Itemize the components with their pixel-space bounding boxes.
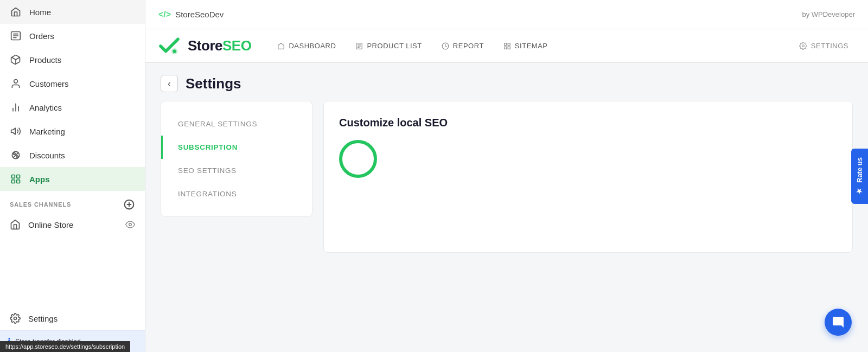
settings-icon <box>10 313 21 324</box>
svg-point-11 <box>16 156 18 157</box>
storeseo-logo-text: StoreSEO <box>188 37 251 54</box>
settings-content: ‹ Settings GENERAL SETTINGS SUBSCRIPTION… <box>145 63 868 253</box>
svg-rect-31 <box>508 43 510 45</box>
sidebar-item-home[interactable]: Home <box>0 0 145 24</box>
svg-rect-14 <box>17 175 20 178</box>
settings-body: GENERAL SETTINGS SUBSCRIPTION SEO SETTIN… <box>145 101 868 253</box>
svg-rect-32 <box>505 47 507 49</box>
product-list-icon <box>355 42 363 50</box>
svg-rect-16 <box>17 180 20 183</box>
sidebar-item-label: Orders <box>29 31 54 41</box>
app-frame: ‹ Settings GENERAL SETTINGS SUBSCRIPTION… <box>145 63 868 352</box>
svg-point-21 <box>14 317 17 320</box>
sidebar-item-settings[interactable]: Settings <box>0 306 145 330</box>
sidebar-item-products[interactable]: Products <box>0 48 145 72</box>
settings-header: ‹ Settings <box>145 63 868 101</box>
settings-label: Settings <box>28 314 58 323</box>
settings-nav-general[interactable]: GENERAL SETTINGS <box>161 112 312 136</box>
topbar: </> StoreSeoDev by WPDeveloper <box>145 0 868 29</box>
eye-icon[interactable] <box>125 220 135 229</box>
sidebar-item-label: Apps <box>29 175 50 184</box>
sidebar-item-analytics[interactable]: Analytics <box>0 95 145 119</box>
nav-dashboard[interactable]: DASHBOARD <box>269 37 344 54</box>
chat-button[interactable] <box>825 309 852 336</box>
main-area: </> StoreSeoDev by WPDeveloper StoreSEO … <box>145 0 868 352</box>
svg-point-34 <box>802 45 804 47</box>
customers-icon <box>10 78 22 89</box>
sidebar-item-label: Analytics <box>29 103 62 112</box>
settings-panel: Customize local SEO <box>323 101 853 253</box>
svg-rect-15 <box>12 180 15 183</box>
sidebar-item-label: Marketing <box>29 127 65 136</box>
svg-line-12 <box>14 153 18 157</box>
products-icon <box>10 54 22 66</box>
sidebar-item-label: Products <box>29 55 61 65</box>
sidebar-item-label: Discounts <box>29 151 65 160</box>
report-icon <box>442 42 449 50</box>
svg-point-10 <box>14 153 15 155</box>
chat-icon <box>832 316 845 329</box>
nav-product-list[interactable]: PRODUCT LIST <box>347 37 430 54</box>
online-store-label: Online Store <box>28 220 73 229</box>
nav-settings-icon <box>799 42 807 50</box>
settings-back-button[interactable]: ‹ <box>161 75 178 92</box>
storeseo-nav: StoreSEO DASHBOARD PRODUCT LIST REPORT <box>145 29 868 63</box>
settings-nav-integrations[interactable]: INTEGRATIONS <box>161 182 312 206</box>
svg-point-5 <box>14 80 18 84</box>
svg-rect-33 <box>508 47 510 49</box>
url-bar: https://app.storeseo.dev/settings/subscr… <box>0 341 130 352</box>
settings-nav-subscription[interactable]: SUBSCRIPTION <box>161 136 312 159</box>
settings-panel-title: Customize local SEO <box>339 117 837 129</box>
svg-rect-30 <box>505 43 507 45</box>
topbar-by-label: by WPDeveloper <box>802 10 855 18</box>
sidebar-item-discounts[interactable]: Discounts <box>0 143 145 167</box>
topbar-brand: </> StoreSeoDev <box>158 10 224 20</box>
orders-icon <box>10 30 22 42</box>
sidebar: Home Orders Products <box>0 0 145 352</box>
home-icon <box>10 6 22 18</box>
online-store-icon <box>10 219 21 230</box>
rate-us-label: Rate us <box>856 157 864 183</box>
rate-us-tab[interactable]: ★ Rate us <box>851 149 868 204</box>
storeseo-logo-icon <box>156 33 182 59</box>
analytics-icon <box>10 101 22 113</box>
sidebar-item-apps[interactable]: Apps <box>0 167 145 191</box>
svg-rect-13 <box>12 175 15 178</box>
sidebar-item-customers[interactable]: Customers <box>0 72 145 95</box>
settings-sidebar: GENERAL SETTINGS SUBSCRIPTION SEO SETTIN… <box>161 101 312 217</box>
green-circle-decoration <box>339 140 377 178</box>
star-icon: ★ <box>856 187 864 195</box>
storeseo-logo: StoreSEO <box>156 33 251 59</box>
code-icon: </> <box>158 10 171 20</box>
settings-title: Settings <box>186 75 241 92</box>
sidebar-item-orders[interactable]: Orders <box>0 24 145 48</box>
nav-sitemap[interactable]: SITEMAP <box>495 37 557 54</box>
sales-channels-label: SALES CHANNELS <box>0 191 145 214</box>
url-text: https://app.storeseo.dev/settings/subscr… <box>5 343 125 350</box>
back-chevron-icon: ‹ <box>168 78 171 89</box>
settings-nav-seo[interactable]: SEO SETTINGS <box>161 159 312 182</box>
apps-icon <box>10 173 22 185</box>
discounts-icon <box>10 149 22 161</box>
dashboard-icon <box>277 42 285 50</box>
add-sales-channel-icon[interactable] <box>123 199 135 210</box>
marketing-icon <box>10 125 22 137</box>
sidebar-item-label: Home <box>29 8 51 17</box>
nav-report[interactable]: REPORT <box>433 37 493 54</box>
storeseo-nav-links: DASHBOARD PRODUCT LIST REPORT SITEMAP <box>269 37 556 54</box>
svg-point-24 <box>173 49 176 53</box>
nav-settings[interactable]: SETTINGS <box>790 37 857 54</box>
svg-point-20 <box>129 223 132 226</box>
sitemap-icon <box>503 42 511 50</box>
sidebar-item-label: Customers <box>29 79 69 88</box>
topbar-brand-name: StoreSeoDev <box>175 10 224 19</box>
svg-marker-9 <box>11 128 16 135</box>
sidebar-item-marketing[interactable]: Marketing <box>0 119 145 143</box>
sidebar-item-online-store[interactable]: Online Store <box>0 214 145 235</box>
